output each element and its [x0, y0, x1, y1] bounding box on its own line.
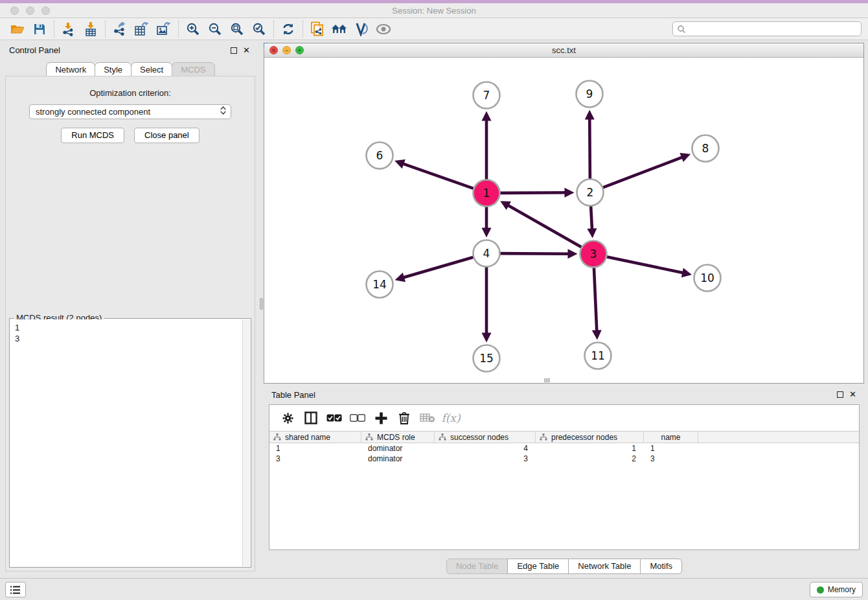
node-table-content: f(x) shared name MCDS role successor nod… — [269, 404, 860, 550]
table-row[interactable]: 1 dominator 4 1 1 — [269, 443, 859, 454]
add-column-icon[interactable] — [369, 408, 393, 428]
control-panel-header: Control Panel ✕ — [1, 41, 259, 58]
memory-status-icon — [817, 586, 824, 594]
column-type-icon — [365, 433, 373, 441]
memory-label: Memory — [828, 585, 856, 594]
cell-name[interactable]: 1 — [644, 443, 698, 454]
refresh-network-icon[interactable] — [277, 19, 299, 39]
cell-name[interactable]: 3 — [644, 454, 698, 464]
select-chevrons-icon — [220, 106, 226, 115]
cell-mcds-role[interactable]: dominator — [361, 454, 435, 464]
graph-edge-4-14[interactable] — [403, 257, 474, 278]
tab-network-table[interactable]: Network Table — [568, 559, 641, 574]
graph-edge-2-9[interactable] — [589, 118, 590, 179]
export-network-icon[interactable] — [109, 19, 131, 39]
search-input[interactable] — [686, 25, 861, 34]
zoom-selected-icon[interactable] — [248, 19, 270, 39]
network-window: ✕ − + scc.txt 7968124314101511 — [264, 43, 864, 384]
toolbar-separator — [273, 21, 274, 38]
graph-edge-4-3[interactable] — [499, 253, 569, 254]
network-home-icon[interactable] — [328, 19, 350, 39]
column-header-shared-name[interactable]: shared name — [269, 432, 361, 443]
mcds-result-text[interactable]: 1 3 — [10, 319, 242, 566]
cell-shared-name[interactable]: 1 — [269, 443, 361, 454]
cell-predecessor-nodes[interactable]: 1 — [536, 443, 644, 454]
column-header-mcds-role[interactable]: MCDS role — [361, 432, 435, 443]
delete-column-icon[interactable] — [393, 408, 416, 428]
panel-splitter[interactable] — [259, 41, 264, 575]
search-field[interactable] — [672, 21, 862, 36]
tab-node-table[interactable]: Node Table — [446, 559, 508, 574]
import-network-icon[interactable] — [58, 19, 80, 39]
column-header-predecessor-nodes[interactable]: predecessor nodes — [536, 432, 644, 443]
canvas-scroll-grip[interactable] — [544, 378, 550, 382]
app-titlebar: Session: New Session — [0, 3, 868, 18]
show-column-icon[interactable] — [299, 408, 323, 428]
close-panel-button[interactable]: Close panel — [134, 128, 200, 143]
float-table-panel-icon[interactable] — [837, 391, 843, 398]
toolbar-separator — [105, 21, 106, 38]
graph-node-label: 15 — [479, 352, 494, 365]
float-panel-icon[interactable] — [231, 47, 237, 54]
column-header-filler — [698, 432, 859, 443]
control-panel-title: Control Panel — [9, 45, 60, 55]
memory-button[interactable]: Memory — [810, 582, 863, 597]
graph-edge-2-3[interactable] — [591, 205, 592, 229]
column-header-successor-nodes[interactable]: successor nodes — [435, 432, 536, 443]
graph-edge-3-10[interactable] — [606, 257, 683, 273]
network-window-title: scc.txt — [264, 45, 863, 55]
column-header-name[interactable]: name — [644, 432, 698, 443]
graph-edge-1-2[interactable] — [499, 192, 565, 193]
graph-edge-3-11[interactable] — [594, 267, 597, 331]
cell-successor-nodes[interactable]: 3 — [435, 454, 536, 464]
cell-predecessor-nodes[interactable]: 2 — [536, 454, 644, 464]
cell-shared-name[interactable]: 3 — [269, 454, 361, 464]
result-line: 1 — [15, 322, 242, 333]
network-canvas[interactable]: 7968124314101511 — [264, 58, 863, 383]
graph-edge-2-8[interactable] — [602, 157, 683, 187]
table-panel-tabs: Node Table Edge Table Network Table Moti… — [264, 559, 864, 574]
graph-edge-arrowhead — [395, 273, 405, 282]
hide-eye-icon[interactable] — [372, 19, 394, 39]
export-table-icon[interactable] — [131, 19, 153, 39]
tab-edge-table[interactable]: Edge Table — [507, 559, 569, 574]
export-image-icon[interactable] — [153, 19, 175, 39]
network-window-titlebar[interactable]: ✕ − + scc.txt — [264, 43, 863, 58]
graph-edge-1-6[interactable] — [402, 163, 474, 189]
task-history-button[interactable] — [5, 582, 26, 597]
result-scrollbar[interactable] — [242, 319, 250, 566]
cell-mcds-role[interactable]: dominator — [361, 443, 435, 454]
deselect-all-checkboxes-icon[interactable] — [346, 408, 369, 428]
import-table-icon[interactable] — [80, 19, 102, 39]
table-options-gear-icon[interactable] — [276, 408, 299, 428]
select-all-checkboxes-icon[interactable] — [323, 408, 346, 428]
open-session-icon[interactable] — [6, 19, 29, 39]
graph-edge-arrowhead — [482, 111, 492, 121]
graph-node-label: 11 — [591, 349, 605, 362]
result-line: 3 — [15, 333, 242, 344]
fx-label: f(x) — [441, 411, 460, 424]
close-table-panel-icon[interactable]: ✕ — [849, 389, 856, 399]
zoom-in-icon[interactable] — [182, 19, 204, 39]
clone-network-icon[interactable] — [306, 19, 328, 39]
cell-successor-nodes[interactable]: 4 — [435, 443, 536, 454]
run-mcds-button[interactable]: Run MCDS — [61, 128, 124, 143]
vizmapper-icon[interactable] — [350, 19, 372, 39]
close-panel-icon[interactable]: ✕ — [243, 45, 250, 55]
column-label: successor nodes — [450, 433, 508, 442]
criterion-select[interactable]: strongly connected component — [29, 104, 231, 119]
graph-edge-arrowhead — [585, 110, 595, 119]
save-session-icon[interactable] — [29, 19, 51, 39]
table-toolbar: f(x) — [269, 405, 859, 431]
splitter-grip[interactable] — [260, 298, 263, 310]
zoom-fit-icon[interactable] — [226, 19, 248, 39]
mcds-panel: Optimization criterion: strongly connect… — [5, 76, 255, 571]
tab-motifs[interactable]: Motifs — [640, 559, 682, 574]
column-label: MCDS role — [377, 433, 415, 442]
table-row[interactable]: 3 dominator 3 2 3 — [269, 454, 859, 464]
column-label: shared name — [285, 433, 330, 442]
zoom-out-icon[interactable] — [204, 19, 226, 39]
graph-node-label: 9 — [586, 87, 593, 100]
graph-node-label: 14 — [372, 278, 387, 291]
graph-edge-3-1[interactable] — [508, 205, 582, 248]
